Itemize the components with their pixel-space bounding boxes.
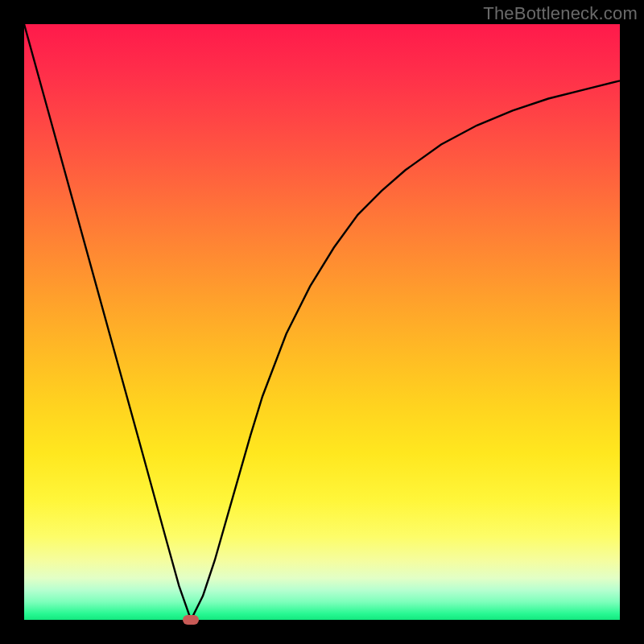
chart-frame: TheBottleneck.com: [0, 0, 644, 644]
bottleneck-curve: [24, 24, 620, 620]
watermark-text: TheBottleneck.com: [483, 3, 638, 24]
plot-area: [24, 24, 620, 620]
min-marker: [183, 615, 199, 625]
curve-svg: [24, 24, 620, 620]
